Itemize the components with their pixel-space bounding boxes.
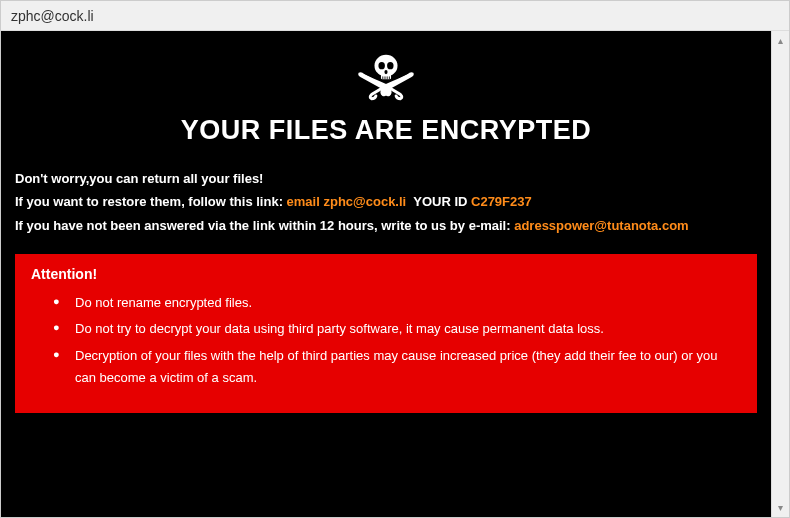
skull-crossbones-icon	[350, 87, 422, 104]
list-item: Decryption of your files with the help o…	[53, 345, 741, 389]
contact-email-1: zphc@cock.li	[323, 194, 406, 209]
contact-email-2: adresspower@tutanota.com	[514, 218, 689, 233]
svg-rect-8	[389, 76, 390, 79]
your-id-value: C279F237	[471, 194, 532, 209]
scroll-up-arrow-icon[interactable]: ▴	[778, 35, 783, 46]
window-title-bar: zphc@cock.li	[1, 1, 789, 31]
list-item: Do not rename encrypted files.	[53, 292, 741, 314]
content-wrapper: YOUR FILES ARE ENCRYPTED Don't worry,you…	[1, 31, 789, 517]
window-title: zphc@cock.li	[11, 8, 94, 24]
ransom-note: YOUR FILES ARE ENCRYPTED Don't worry,you…	[1, 31, 771, 517]
your-id-label: YOUR ID	[413, 194, 467, 209]
email-label: email	[287, 194, 320, 209]
vertical-scrollbar[interactable]: ▴ ▾	[771, 31, 789, 517]
skull-wrapper	[15, 49, 757, 105]
svg-point-3	[387, 62, 393, 69]
list-item: Do not try to decrypt your data using th…	[53, 318, 741, 340]
svg-rect-5	[382, 76, 383, 79]
instructions: Don't worry,you can return all your file…	[15, 168, 757, 236]
scroll-down-arrow-icon[interactable]: ▾	[778, 502, 783, 513]
svg-rect-7	[387, 76, 388, 79]
instruction-line-2: If you want to restore them, follow this…	[15, 191, 757, 212]
instruction-line-1: Don't worry,you can return all your file…	[15, 168, 757, 189]
svg-rect-6	[385, 76, 386, 79]
instruction-line-3: If you have not been answered via the li…	[15, 215, 757, 236]
line2-pre: If you want to restore them, follow this…	[15, 194, 287, 209]
svg-point-2	[378, 62, 384, 69]
line3-pre: If you have not been answered via the li…	[15, 218, 514, 233]
attention-list: Do not rename encrypted files. Do not tr…	[31, 292, 741, 388]
main-heading: YOUR FILES ARE ENCRYPTED	[15, 115, 757, 146]
svg-point-4	[384, 70, 387, 74]
attention-title: Attention!	[31, 266, 741, 282]
attention-box: Attention! Do not rename encrypted files…	[15, 254, 757, 412]
